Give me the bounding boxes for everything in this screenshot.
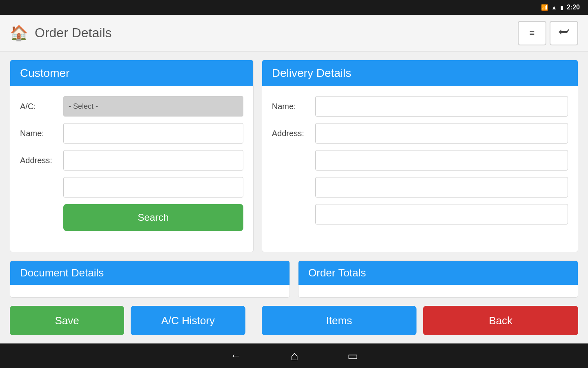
delivery-address-label: Address: <box>272 129 309 138</box>
customer-panel: Customer A/C: - Select - Name: Addre <box>10 60 254 252</box>
delivery-address2-row <box>272 150 568 171</box>
customer-address2-row <box>20 177 243 197</box>
customer-name-row: Name: <box>20 123 243 144</box>
bottom-panels-row: Document Details Order Totals <box>10 260 578 298</box>
header-buttons: ≡ ⮨ <box>518 21 578 45</box>
action-left: Save A/C History <box>10 306 254 335</box>
status-time: 2:20 <box>567 4 580 11</box>
delivery-address-row: Address: <box>272 123 568 144</box>
search-button[interactable]: Search <box>63 204 243 231</box>
customer-address-label: Address: <box>20 156 57 165</box>
customer-address1-input[interactable] <box>63 150 243 171</box>
delivery-name-row: Name: <box>272 96 568 117</box>
app-header: 🏠 Order Details ≡ ⮨ <box>0 15 588 52</box>
delivery-address4-row <box>272 204 568 224</box>
delivery-panel-header: Delivery Details <box>262 60 578 86</box>
customer-panel-header: Customer <box>10 60 253 86</box>
document-details-body <box>10 285 290 297</box>
header-left: 🏠 Order Details <box>10 25 518 42</box>
order-totals-header: Order Totals <box>298 261 578 285</box>
signal-icon: ▲ <box>551 4 557 11</box>
items-button[interactable]: Items <box>262 306 417 335</box>
action-buttons-row: Save A/C History Items Back <box>10 306 578 335</box>
customer-panel-body: A/C: - Select - Name: Address: <box>10 86 253 252</box>
customer-name-label: Name: <box>20 129 57 138</box>
wifi-icon: 📶 <box>541 4 548 11</box>
android-back-icon[interactable]: ← <box>230 349 241 362</box>
back-button[interactable]: Back <box>423 306 578 335</box>
ac-row: A/C: - Select - <box>20 96 243 117</box>
menu-button[interactable]: ≡ <box>518 21 546 45</box>
delivery-address2-input[interactable] <box>315 150 568 171</box>
ac-history-button[interactable]: A/C History <box>131 306 245 335</box>
action-right: Items Back <box>262 306 578 335</box>
delivery-panel: Delivery Details Name: Address: <box>262 60 578 252</box>
document-details-header: Document Details <box>10 261 290 285</box>
android-nav-bar: ← ⌂ ▭ <box>0 343 588 368</box>
save-button[interactable]: Save <box>10 306 124 335</box>
page-title: Order Details <box>35 25 112 40</box>
ac-select[interactable]: - Select - <box>63 96 243 117</box>
order-totals-panel: Order Totals <box>298 260 578 298</box>
delivery-address1-input[interactable] <box>315 123 568 144</box>
home-icon: 🏠 <box>10 25 28 42</box>
logout-icon: ⮨ <box>559 27 569 39</box>
document-details-panel: Document Details <box>10 260 290 298</box>
ac-label: A/C: <box>20 102 57 111</box>
main-content: Customer A/C: - Select - Name: Addre <box>0 52 588 343</box>
customer-address-row: Address: <box>20 150 243 171</box>
android-home-icon[interactable]: ⌂ <box>290 348 298 364</box>
logout-button[interactable]: ⮨ <box>550 21 578 45</box>
customer-address2-input[interactable] <box>63 177 243 197</box>
menu-icon: ≡ <box>530 28 535 38</box>
delivery-address4-input[interactable] <box>315 204 568 224</box>
status-icons: 📶 ▲ ▮ 2:20 <box>541 4 580 11</box>
delivery-address3-input[interactable] <box>315 177 568 197</box>
android-recent-icon[interactable]: ▭ <box>347 349 358 363</box>
order-totals-body <box>298 285 578 297</box>
delivery-name-input[interactable] <box>315 96 568 117</box>
status-bar: 📶 ▲ ▮ 2:20 <box>0 0 588 15</box>
delivery-panel-body: Name: Address: <box>262 86 578 252</box>
panels-row: Customer A/C: - Select - Name: Addre <box>10 60 578 252</box>
delivery-name-label: Name: <box>272 102 309 111</box>
battery-icon: ▮ <box>560 4 564 11</box>
delivery-address3-row <box>272 177 568 197</box>
customer-name-input[interactable] <box>63 123 243 144</box>
